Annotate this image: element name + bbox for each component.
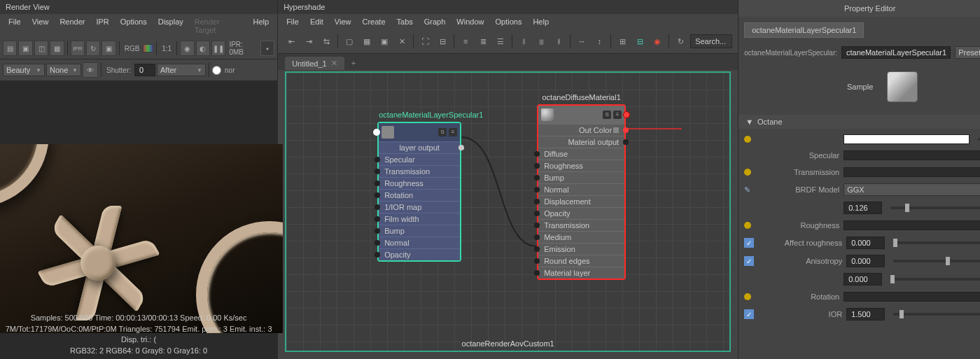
node-diffuse-material[interactable]: octaneDiffuseMaterial1 S≡ Out Color Mate… — [537, 104, 626, 280]
input-rotation[interactable]: Rotation — [379, 189, 460, 201]
output-outcolor[interactable]: Out Color — [538, 124, 624, 136]
graph-input-icon[interactable]: ⇤ — [284, 34, 299, 49]
brdf-dropdown[interactable]: GGX▼ — [844, 183, 980, 196]
hs-menu-window[interactable]: Window — [451, 15, 489, 28]
input-normal[interactable]: Normal — [538, 183, 624, 195]
anisotropy-slider[interactable] — [893, 260, 980, 262]
exposure-icon[interactable]: ◉ — [180, 41, 194, 56]
input-medium[interactable]: Medium — [538, 231, 624, 243]
node-min-icon[interactable]: S — [438, 128, 447, 136]
align-center-icon[interactable]: ≣ — [475, 34, 491, 49]
input-opacity[interactable]: Opacity — [538, 207, 624, 219]
node-graph[interactable]: octaneMaterialLayerSpecular1 S≡ layer ou… — [285, 71, 731, 352]
distribute-h-icon[interactable]: ↔ — [574, 34, 589, 49]
input-transmission[interactable]: Transmission — [538, 219, 624, 231]
remove-selected-icon[interactable]: ✕ — [394, 34, 410, 49]
rotation-value-slider[interactable] — [890, 278, 980, 281]
roughness-value-slider[interactable] — [890, 206, 980, 209]
hs-menu-help[interactable]: Help — [527, 15, 554, 28]
menu-render[interactable]: Render — [54, 15, 90, 36]
output-material[interactable]: Material output — [538, 136, 624, 148]
align-top-icon[interactable]: ⫴ — [516, 34, 531, 49]
render-viewport[interactable]: Samples: 500/500 Time: 00:00:13/00:00:13… — [0, 81, 277, 359]
align-left-icon[interactable]: ≡ — [458, 34, 473, 49]
menu-ipr[interactable]: IPR — [90, 15, 114, 36]
distribute-v-icon[interactable]: ↕ — [592, 34, 607, 49]
status-dot-icon[interactable] — [744, 222, 751, 229]
input-bump[interactable]: Bump — [379, 225, 460, 237]
align-right-icon[interactable]: ☰ — [493, 34, 508, 49]
pause-icon[interactable]: ❚❚ — [211, 41, 225, 56]
collapse-icon[interactable]: ⊟ — [435, 34, 450, 49]
ipr-start-icon[interactable]: IPR — [71, 41, 85, 56]
search-input[interactable]: Search... — [690, 34, 732, 48]
ipr-region-icon[interactable]: ▣ — [102, 41, 115, 56]
refresh-icon[interactable]: ↻ — [673, 34, 688, 49]
input-diffuse[interactable]: Diffuse — [538, 148, 624, 160]
affect-roughness-field[interactable]: 0.000 — [846, 237, 885, 249]
node-specular-layer[interactable]: octaneMaterialLayerSpecular1 S≡ layer ou… — [377, 122, 461, 262]
render-seq-icon[interactable]: ▦ — [50, 41, 64, 56]
specular-color-swatch[interactable] — [844, 134, 969, 144]
input-specular[interactable]: Specular — [379, 153, 460, 165]
menu-view[interactable]: View — [27, 15, 55, 36]
transmission-slot[interactable] — [844, 167, 980, 177]
node-aov-custom[interactable]: octaneRenderAovCustom1 — [286, 339, 729, 348]
hs-menu-edit[interactable]: Edit — [304, 15, 329, 28]
input-roughness[interactable]: Roughness — [538, 160, 624, 171]
shutter-field[interactable]: 0 — [134, 64, 155, 76]
input-transmission[interactable]: Transmission — [379, 165, 460, 177]
gamma-icon[interactable]: ◐ — [196, 41, 210, 56]
hs-menu-file[interactable]: File — [281, 15, 304, 28]
render-region-icon[interactable]: ▣ — [18, 41, 32, 56]
input-displacement[interactable]: Displacement — [538, 195, 624, 207]
add-tab-button[interactable]: + — [346, 57, 361, 70]
ratio-label[interactable]: 1:1 — [160, 45, 174, 52]
graph-output-icon[interactable]: ⇥ — [301, 34, 316, 49]
input-roundedges[interactable]: Round edges — [538, 255, 624, 267]
port-surface-icon[interactable] — [623, 111, 630, 118]
affect-roughness-slider[interactable] — [893, 241, 980, 244]
anisotropy-checkbox[interactable]: ✓ — [744, 256, 754, 266]
rearrange-icon[interactable]: ▦ — [359, 34, 374, 49]
rotation-tex-slot[interactable] — [844, 292, 980, 302]
affect-roughness-checkbox[interactable]: ✓ — [744, 238, 754, 248]
roughness-value-field[interactable]: 0.126 — [844, 202, 882, 214]
input-iormap[interactable]: 1/IOR map — [379, 201, 460, 213]
graph-io-icon[interactable]: ⇆ — [318, 34, 334, 49]
port-select-icon[interactable] — [373, 129, 380, 136]
grid-snap-icon[interactable]: ⊞ — [615, 34, 630, 49]
tab-untitled[interactable]: Untitled_1✕ — [285, 57, 344, 70]
input-normal[interactable]: Normal — [379, 237, 460, 248]
input-matlayer[interactable]: Material layer — [538, 267, 624, 279]
roughness-tex-slot[interactable] — [844, 220, 980, 230]
pass-dropdown[interactable]: Beauty▼ — [3, 64, 45, 76]
menu-help[interactable]: Help — [248, 15, 275, 36]
align-bottom-icon[interactable]: ⫵ — [551, 34, 566, 49]
material-preview-icon[interactable] — [887, 71, 918, 102]
rgb-toggle-icon[interactable] — [143, 44, 153, 52]
node-opts-icon[interactable]: ≡ — [449, 128, 457, 136]
specular-tex-slot[interactable] — [844, 150, 980, 160]
hs-menu-graph[interactable]: Graph — [419, 15, 451, 28]
hs-menu-tabs[interactable]: Tabs — [391, 15, 419, 28]
after-dropdown[interactable]: After▼ — [157, 64, 206, 76]
hs-menu-options[interactable]: Options — [489, 15, 527, 28]
ipr-refresh-icon[interactable]: ↻ — [86, 41, 100, 56]
clear-graph-icon[interactable]: ▢ — [342, 34, 357, 49]
status-dot-icon[interactable] — [744, 293, 751, 300]
eye-icon[interactable]: 👁 — [83, 62, 98, 78]
nor-radio[interactable] — [212, 66, 221, 75]
grid-toggle-icon[interactable]: ⊟ — [632, 34, 648, 49]
name-field[interactable]: ctaneMaterialLayerSpecular1 — [841, 46, 951, 59]
anisotropy-field[interactable]: 0.000 — [846, 255, 885, 267]
status-dot-icon[interactable] — [744, 136, 751, 143]
input-emission[interactable]: Emission — [538, 243, 624, 255]
input-bump[interactable]: Bump — [538, 171, 624, 183]
menu-options[interactable]: Options — [115, 15, 153, 36]
render-frame-icon[interactable]: ▤ — [3, 41, 17, 56]
selection-tab[interactable]: octaneMaterialLayerSpecular1 — [744, 22, 864, 38]
node-min-icon[interactable]: S — [603, 111, 611, 119]
node-opts-icon[interactable]: ≡ — [613, 111, 622, 119]
snapshot-icon[interactable]: ◫ — [34, 41, 48, 56]
